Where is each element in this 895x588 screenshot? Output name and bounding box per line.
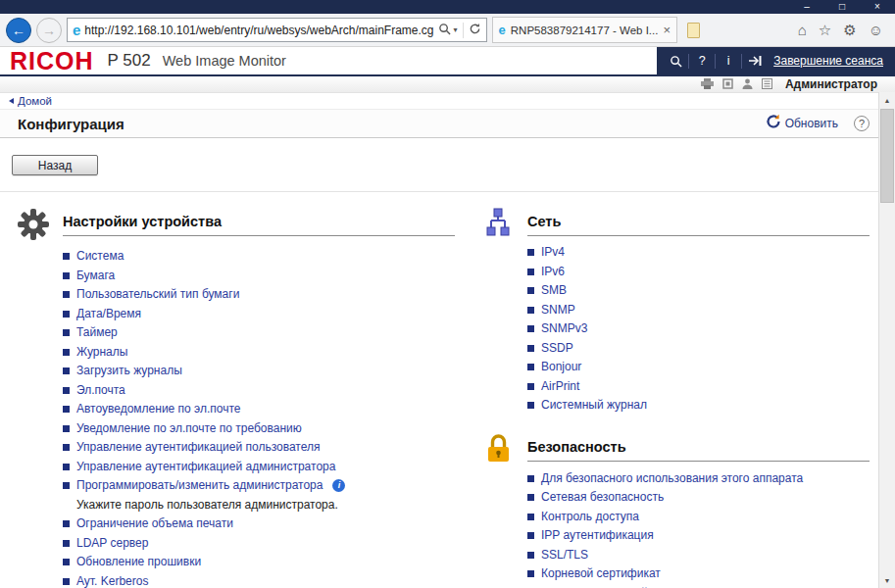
bullet-icon (63, 425, 70, 432)
config-link[interactable]: Управление аутентификацией пользователя (76, 438, 320, 458)
new-tab-button[interactable] (682, 20, 704, 41)
ricoh-logo: RICOH (10, 49, 94, 74)
back-button[interactable]: ← (6, 18, 31, 43)
config-link[interactable]: Уведомление по эл.почте по требованию (76, 419, 302, 439)
config-link[interactable]: AirPrint (541, 377, 579, 397)
config-link[interactable]: Загрузить журналы (76, 362, 182, 381)
feedback-smiley-icon[interactable]: ☺ (869, 22, 883, 38)
config-link[interactable]: Пользовательский тип бумаги (76, 285, 239, 305)
config-link[interactable]: LDAP сервер (76, 534, 148, 554)
config-link[interactable]: Журналы (76, 343, 127, 363)
search-dropdown-caret[interactable]: ▾ (454, 25, 458, 34)
config-link[interactable]: IPv6 (541, 263, 565, 282)
page-title: Конфигурация (18, 116, 124, 132)
config-list-item: Управление аутентификацией пользователя (63, 438, 455, 458)
logout-icon[interactable] (742, 47, 768, 74)
logout-link[interactable]: Завершение сеанса (773, 54, 883, 68)
minimize-button[interactable]: – (789, 0, 824, 14)
config-list-item: Сертификат устройства (527, 584, 870, 588)
bullet-icon (63, 349, 70, 356)
info-icon[interactable]: i (332, 479, 345, 492)
job-list-icon[interactable] (762, 75, 772, 93)
page-scrollbar[interactable]: ▲ ▼ (878, 92, 895, 588)
bullet-icon (527, 514, 534, 520)
config-list-item: Для безопасного использования этого аппа… (527, 469, 870, 489)
header-info-icon[interactable]: i (716, 47, 741, 74)
url-text[interactable]: http://192.168.10.101/web/entry/ru/websy… (84, 24, 433, 37)
device-settings-section: Настройки устройства СистемаБумагаПользо… (16, 206, 455, 588)
bullet-icon (527, 475, 534, 482)
config-link[interactable]: IPv4 (541, 243, 565, 263)
config-list-item: Обновление прошивки (63, 553, 455, 572)
window-titlebar: – □ × (0, 0, 895, 14)
config-link[interactable]: Ограничение объема печати (76, 514, 233, 534)
config-link[interactable]: SNMP (541, 301, 575, 320)
scroll-up-button[interactable]: ▲ (879, 92, 895, 108)
config-link[interactable]: Программировать/изменить администратора (76, 476, 323, 496)
configuration-content: Настройки устройства СистемаБумагаПользо… (0, 192, 895, 588)
config-link[interactable]: Бумага (76, 267, 115, 286)
config-link[interactable]: SSL/TLS (541, 546, 588, 565)
browser-tab[interactable]: e RNP583879214177 - Web I... × (492, 17, 678, 43)
forward-button[interactable]: → (36, 18, 62, 43)
config-link[interactable]: Системный журнал (541, 396, 647, 416)
bullet-icon (527, 552, 534, 559)
scrollbar-thumb[interactable] (880, 109, 894, 203)
config-list-item: SMB (527, 281, 870, 301)
breadcrumb-home-link[interactable]: Домой (18, 95, 52, 107)
bullet-icon (527, 287, 534, 294)
config-list-item: Ограничение объема печати (63, 514, 455, 534)
home-icon[interactable]: ⌂ (798, 22, 807, 38)
config-list-item: AirPrint (527, 377, 870, 397)
config-link[interactable]: IPP аутентификация (541, 526, 654, 546)
config-link[interactable]: SSDP (541, 339, 573, 359)
user-icon[interactable] (742, 75, 753, 93)
config-link[interactable]: Обновление прошивки (76, 553, 201, 572)
config-link[interactable]: Корневой сертификат (541, 564, 661, 584)
settings-icon[interactable]: ⚙ (843, 22, 856, 39)
config-link[interactable]: Для безопасного использования этого аппа… (541, 469, 803, 489)
config-list-item: SNMP (527, 301, 870, 320)
back-page-button[interactable]: Назад (12, 155, 98, 175)
config-link[interactable]: Эл.почта (76, 381, 125, 401)
config-list-item: SSL/TLS (527, 546, 870, 565)
tab-title: RNP583879214177 - Web I... (511, 24, 659, 36)
scroll-down-button[interactable]: ▼ (879, 572, 895, 588)
device-settings-list: СистемаБумагаПользовательский тип бумаги… (63, 247, 455, 588)
config-link[interactable]: Bonjour (541, 358, 581, 377)
config-link[interactable]: Управление аутентификацией администратор… (76, 458, 335, 477)
search-icon[interactable] (438, 22, 451, 39)
header-help-icon[interactable]: ? (689, 47, 715, 74)
tab-close-button[interactable]: × (663, 23, 671, 37)
session-bar: ? i Завершение сеанса (657, 47, 895, 74)
address-bar[interactable]: e http://192.168.10.101/web/entry/ru/web… (67, 18, 487, 42)
header-search-icon[interactable] (663, 47, 688, 74)
bullet-icon (63, 520, 70, 527)
config-list-item: Bonjour (527, 358, 870, 377)
refresh-link[interactable]: Обновить (766, 114, 838, 133)
toner-status-icon[interactable] (722, 75, 733, 93)
config-link[interactable]: Таймер (76, 323, 118, 343)
close-button[interactable]: × (860, 0, 895, 14)
config-link[interactable]: Система (76, 247, 124, 267)
config-link[interactable]: Аут. Kerberos (76, 572, 148, 588)
page-help-icon[interactable]: ? (854, 116, 870, 131)
config-link[interactable]: SMB (541, 281, 567, 301)
config-list-item: Бумага (63, 267, 455, 286)
bullet-icon (63, 311, 70, 318)
bullet-icon (527, 532, 534, 539)
config-link[interactable]: Автоуведомление по эл.почте (76, 400, 241, 419)
bullet-icon (527, 383, 534, 390)
config-link[interactable]: Сетевая безопасность (541, 488, 664, 508)
refresh-icon[interactable] (469, 22, 481, 39)
printer-status-icon[interactable] (701, 75, 714, 93)
bullet-icon (63, 368, 70, 374)
new-tab-page-icon (687, 23, 700, 38)
bullet-icon (63, 540, 70, 547)
config-link[interactable]: Дата/Время (76, 305, 141, 324)
maximize-button[interactable]: □ (824, 0, 860, 14)
config-link[interactable]: Контроль доступа (541, 508, 639, 527)
config-link[interactable]: Сертификат устройства (541, 584, 671, 588)
favorites-icon[interactable]: ☆ (819, 22, 831, 39)
config-link[interactable]: SNMPv3 (541, 319, 587, 339)
